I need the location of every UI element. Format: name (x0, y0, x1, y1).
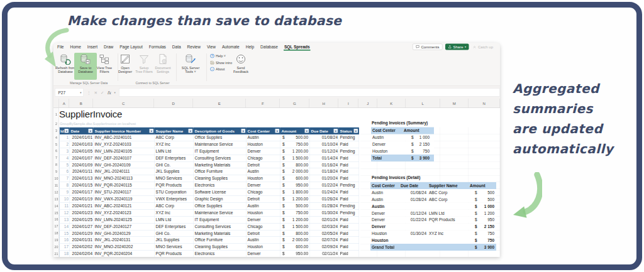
ribbon-button-help[interactable]: ?Help ˅ (210, 53, 232, 58)
column-header-N[interactable]: N (469, 99, 500, 108)
column-header-I[interactable]: I (338, 99, 358, 108)
catch-up-button[interactable]: Catch up (472, 44, 494, 50)
detail-table: Cost CenterDue DateSupplier NameAmountAu… (370, 182, 496, 251)
column-header-L[interactable]: L (406, 99, 440, 108)
ribbon-button-showintro[interactable]: Show intro (210, 60, 232, 65)
invoice-row[interactable]: 22024/01/03INV_XYZ-20240103XYZ IncMainte… (59, 141, 359, 148)
ribbon-tab-insert[interactable]: Insert (84, 43, 101, 51)
comments-button[interactable]: Comments (413, 44, 443, 50)
catch-up-icon (473, 45, 477, 49)
filter-dropdown-icon[interactable]: ▾ (275, 129, 280, 133)
row-number[interactable]: 17 (53, 223, 59, 230)
ribbon-tab-draw[interactable]: Draw (101, 43, 116, 51)
row-number[interactable]: 9 (53, 168, 59, 175)
column-header-F[interactable]: F (246, 99, 280, 108)
ribbon-button-feedback[interactable]: SendFeedback (230, 53, 252, 80)
row-number[interactable]: 10 (53, 175, 59, 182)
filter-dropdown-icon[interactable]: ▾ (65, 129, 69, 133)
row-number[interactable]: 14 (53, 202, 59, 209)
invoice-row[interactable]: 32024/01/05INV_LMN-20240105LMN LtdIT Equ… (59, 148, 359, 155)
ribbon-tab-data[interactable]: Data (169, 43, 184, 51)
invoice-row[interactable]: 152024/01/29INV_GHI-20240129GHI Co.Marke… (59, 230, 359, 237)
filter-dropdown-icon[interactable]: ▾ (354, 129, 358, 133)
filter-dropdown-icon[interactable]: ▾ (305, 129, 309, 133)
ribbon-tab-review[interactable]: Review (184, 43, 204, 51)
ribbon-tab-page-layout[interactable]: Page Layout (116, 43, 146, 51)
column-header-E[interactable]: E (193, 99, 246, 108)
invoice-row[interactable]: 92024/01/17INV_STU-20240117STU Corporati… (59, 189, 359, 196)
column-header-B[interactable]: B (69, 99, 93, 108)
ribbon-tab-view[interactable]: View (204, 43, 219, 51)
ribbon-button-about[interactable]: iAbout (210, 67, 232, 72)
invoice-row[interactable]: 72024/01/13INV_MNO-20240113MNO ServicesC… (59, 175, 359, 182)
ribbon-tab-formulas[interactable]: Formulas (146, 43, 169, 51)
row-number[interactable]: 6 (53, 148, 59, 155)
ribbon-tabs-bar: FileHomeInsertDrawPage LayoutFormulasDat… (53, 43, 500, 51)
row-number[interactable]: 8 (53, 161, 59, 168)
column-header-G[interactable]: G (280, 99, 309, 108)
ribbon-tab-database[interactable]: Database (257, 43, 281, 51)
chevron-down-icon: ▾ (465, 45, 466, 48)
invoice-row[interactable]: 82024/01/15INV_PQR-20240115PQR ProductsE… (59, 182, 359, 189)
intro-icon (210, 60, 214, 65)
row-number[interactable]: 11 (53, 182, 59, 189)
invoice-row[interactable]: 12024/01/01INV_ABC-20240101ABC CorpOffic… (59, 134, 359, 141)
invoice-row[interactable]: 142024/01/27INV_DEF-20240127DEF Enterpri… (59, 223, 359, 230)
filter-dropdown-icon[interactable]: ▾ (150, 129, 154, 133)
column-header-A[interactable]: A (59, 99, 69, 108)
row-number[interactable]: 18 (53, 230, 59, 237)
row-number[interactable]: 4 (53, 134, 59, 141)
row-number[interactable]: 13 (53, 196, 59, 203)
filter-dropdown-icon[interactable]: ▾ (189, 129, 193, 133)
column-header-K[interactable]: K (377, 99, 406, 108)
invoice-row[interactable]: 122024/01/23INV_XYZ-20240123XYZ IncMaint… (59, 209, 359, 216)
invoice-row[interactable]: 42024/01/07INV_DEF-20240107DEF Enterpris… (59, 155, 359, 161)
sheet-title: SupplierInvoice (59, 109, 122, 119)
column-header-H[interactable]: H (309, 99, 338, 108)
row-number[interactable]: 7 (53, 155, 59, 161)
row-number[interactable]: 15 (53, 209, 59, 216)
summary-col-header: Cost Center (371, 128, 402, 134)
row-number[interactable]: 1 (53, 108, 59, 121)
formula-input[interactable] (119, 89, 500, 97)
filter-dropdown-icon[interactable]: ▾ (89, 129, 93, 133)
invoice-row[interactable]: 52024/01/09INV_GHI-20240109GHI Co.Market… (59, 161, 359, 168)
ribbon-tab-automate[interactable]: Automate (219, 43, 243, 51)
doc-settings-icon (157, 53, 169, 65)
row-number[interactable]: 19 (53, 237, 59, 244)
chevron-down-icon: ▾ (114, 91, 115, 94)
invoice-row[interactable]: 132024/01/25INV_LMN-20240125LMN LtdIT Eq… (59, 216, 359, 223)
ribbon-tab-help[interactable]: Help (243, 43, 257, 51)
ribbon-button-docsettings[interactable]: DocumentSettings (152, 53, 174, 80)
column-header-C[interactable]: C (93, 99, 154, 108)
ribbon-tab-sql-spreads[interactable]: SQL Spreads (281, 43, 313, 51)
row-number[interactable]: 21 (53, 251, 59, 257)
filter-dropdown-icon[interactable]: ▾ (334, 129, 338, 133)
column-header-D[interactable]: D (154, 99, 193, 108)
insert-function-icon[interactable]: fx (107, 90, 111, 95)
invoice-row[interactable]: 182024/02/04INV_PQR-20240204PQR Products… (59, 251, 359, 257)
invoice-row[interactable]: 102024/01/19INV_VWX-20240119VWX Enterpri… (59, 196, 359, 203)
filter-dropdown-icon[interactable]: ▾ (242, 129, 246, 133)
row-number[interactable]: 3 (53, 128, 59, 134)
invoice-row[interactable]: 162024/01/31INV_JKL-20240131JKL Supplies… (59, 237, 359, 244)
column-header-M[interactable]: M (440, 99, 469, 108)
share-button[interactable]: Share ▾ (445, 44, 469, 50)
row-number[interactable]: 16 (53, 216, 59, 223)
name-box[interactable]: P27 ▾ (55, 89, 84, 97)
ribbon-button-viewtree[interactable]: View TreeFilters (93, 53, 116, 80)
row-number[interactable]: 12 (53, 189, 59, 196)
ribbon-button-sqltools[interactable]: SQL ServerTools ˅ (179, 53, 202, 80)
enter-icon[interactable]: ✓ (101, 90, 104, 95)
row-number[interactable]: 5 (53, 141, 59, 148)
framed-panel: Make changes than save to database Aggre… (2, 2, 642, 270)
column-header-J[interactable]: J (358, 99, 377, 108)
select-all-corner[interactable] (53, 99, 59, 108)
invoice-row[interactable]: 112024/01/21INV_ABC-20240121ABC CorpOffi… (59, 202, 359, 209)
cancel-icon[interactable]: ✕ (94, 90, 97, 95)
row-number[interactable]: 2 (53, 121, 59, 128)
invoice-row[interactable]: 172024/02/02INV_MNO-20240202MNO Services… (59, 244, 359, 251)
row-number[interactable]: 20 (53, 244, 59, 251)
invoice-row[interactable]: 62024/01/11INV_JKL-20240111JKL SuppliesO… (59, 168, 359, 175)
ribbon-group-separator (206, 53, 207, 81)
